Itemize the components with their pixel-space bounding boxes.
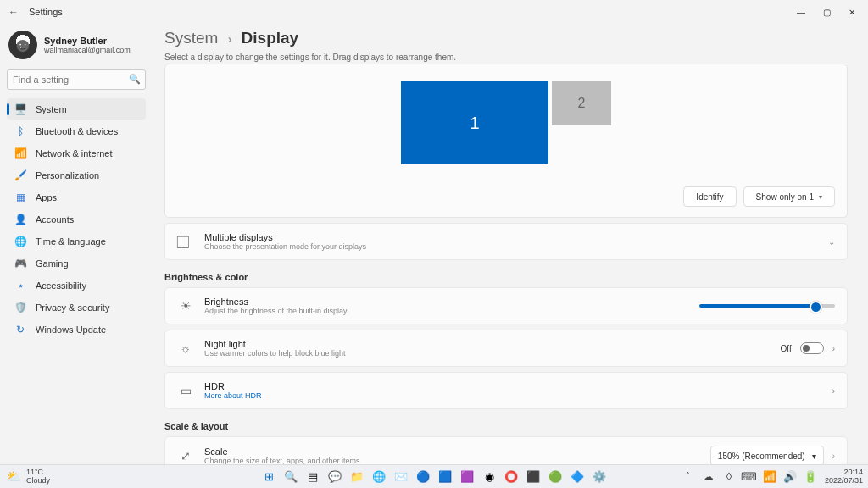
display-arrangement: 1 2 Identify Show only on 1▾ [164, 64, 848, 218]
window-title: Settings [29, 7, 63, 17]
night-light-desc: Use warmer colors to help block blue lig… [204, 349, 346, 358]
sidebar-item-personalization[interactable]: 🖌️Personalization [7, 164, 146, 186]
edge-icon[interactable]: 🌐 [370, 468, 388, 486]
sidebar-item-network[interactable]: 📶Network & internet [7, 142, 146, 164]
accessibility-icon: ⭑ [14, 279, 27, 292]
monitor-2[interactable]: 2 [552, 81, 611, 125]
sidebar-item-bluetooth[interactable]: ᛒBluetooth & devices [7, 120, 146, 142]
sidebar-item-time-language[interactable]: 🌐Time & language [7, 230, 146, 252]
scale-value: 150% (Recommended) [718, 452, 805, 461]
displays-icon: ⃞ [177, 233, 194, 250]
sidebar-item-label: Privacy & security [36, 302, 109, 313]
multiple-displays-title: Multiple displays [204, 232, 366, 242]
taskbar-clock[interactable]: 20:14 2022/07/31 [825, 469, 863, 485]
show-only-label: Show only on 1 [756, 192, 814, 202]
identify-button[interactable]: Identify [683, 186, 736, 207]
back-button[interactable]: ← [3, 2, 24, 22]
chat-icon[interactable]: 💬 [326, 468, 344, 486]
chevron-right-icon: › [832, 386, 835, 396]
tray-icon[interactable]: ◊ [720, 468, 738, 486]
sidebar-item-accounts[interactable]: 👤Accounts [7, 208, 146, 230]
hdr-icon: ▭ [177, 382, 194, 399]
mail-icon[interactable]: ✉️ [392, 468, 410, 486]
onedrive-icon[interactable]: ☁ [699, 468, 718, 486]
app-icon-5[interactable]: 🔷 [568, 468, 587, 486]
chrome-icon[interactable]: 🔵 [414, 468, 432, 486]
search-input[interactable] [7, 69, 146, 90]
user-account-block[interactable]: ☻ Sydney Butler wallmaniacal@gmail.com [7, 29, 146, 61]
task-view-icon[interactable]: ▤ [303, 468, 322, 486]
app-icon-3[interactable]: ⭕ [502, 468, 520, 486]
explorer-icon[interactable]: 📁 [348, 468, 366, 486]
brightness-desc: Adjust the brightness of the built-in di… [204, 307, 348, 315]
update-icon: ↻ [14, 323, 27, 336]
identify-label: Identify [696, 192, 723, 202]
sidebar-item-label: Windows Update [36, 324, 106, 335]
night-light-title: Night light [204, 339, 346, 349]
section-scale-layout: Scale & layout [164, 421, 848, 431]
chevron-right-icon: › [832, 452, 835, 461]
sidebar-item-accessibility[interactable]: ⭑Accessibility [7, 274, 146, 297]
settings-icon[interactable]: ⚙️ [590, 468, 609, 486]
scale-title: Scale [204, 446, 360, 457]
sun-icon: ☀ [177, 297, 194, 314]
person-icon: 👤 [14, 213, 27, 226]
sidebar-item-label: Accessibility [36, 280, 86, 291]
close-button[interactable]: ✕ [839, 2, 865, 22]
apps-icon: ▦ [14, 191, 27, 204]
avatar: ☻ [8, 30, 37, 59]
sidebar-item-system[interactable]: 🖥️System [7, 98, 146, 120]
sidebar-item-gaming[interactable]: 🎮Gaming [7, 252, 146, 274]
minimize-button[interactable]: — [788, 2, 814, 22]
breadcrumb-current: Display [242, 29, 299, 47]
app-icon[interactable]: 🟦 [436, 468, 454, 486]
brightness-title: Brightness [204, 297, 348, 307]
app-icon-2[interactable]: 🟪 [458, 468, 476, 486]
show-only-dropdown[interactable]: Show only on 1▾ [743, 186, 835, 207]
language-icon[interactable]: ⌨ [740, 468, 759, 486]
taskbar: ⛅ 11°C Cloudy ⊞ 🔍 ▤ 💬 📁 🌐 ✉️ 🔵 🟦 🟪 ◉ ⭕ ⬛… [0, 464, 868, 488]
night-light-toggle[interactable] [800, 342, 824, 354]
taskbar-search-icon[interactable]: 🔍 [281, 468, 300, 486]
weather-cond: Cloudy [26, 477, 50, 485]
steam-icon[interactable]: ◉ [480, 468, 498, 486]
moon-icon: ☼ [177, 340, 194, 357]
sidebar-item-label: Network & internet [36, 148, 112, 158]
battery-tray-icon[interactable]: 🔋 [801, 468, 820, 486]
sidebar-item-label: Personalization [36, 170, 99, 180]
scale-row[interactable]: ⤢ Scale Change the size of text, apps, a… [164, 436, 848, 464]
spotify-icon[interactable]: 🟢 [546, 468, 565, 486]
brightness-row: ☀ Brightness Adjust the brightness of th… [164, 287, 848, 324]
app-icon-4[interactable]: ⬛ [524, 468, 542, 486]
weather-widget[interactable]: ⛅ 11°C Cloudy [0, 469, 50, 485]
night-light-row[interactable]: ☼ Night light Use warmer colors to help … [164, 330, 848, 367]
start-button[interactable]: ⊞ [259, 468, 278, 486]
wifi-tray-icon[interactable]: 📶 [760, 468, 779, 486]
monitor-1[interactable]: 1 [401, 81, 548, 164]
maximize-button[interactable]: ▢ [814, 2, 839, 22]
user-name: Sydney Butler [44, 36, 131, 46]
bluetooth-icon: ᛒ [14, 125, 27, 138]
volume-tray-icon[interactable]: 🔊 [781, 468, 799, 486]
sidebar-item-label: Time & language [36, 236, 106, 247]
sidebar-item-label: System [36, 104, 67, 114]
scale-dropdown[interactable]: 150% (Recommended)▾ [710, 446, 824, 464]
chevron-down-icon: ⌄ [828, 237, 835, 247]
breadcrumb-parent[interactable]: System [164, 29, 218, 47]
chevron-down-icon: ▾ [812, 452, 816, 461]
hdr-link[interactable]: More about HDR [204, 391, 262, 400]
multiple-displays-row[interactable]: ⃞ Multiple displays Choose the presentat… [164, 223, 848, 260]
scale-icon: ⤢ [177, 447, 194, 464]
weather-icon: ⛅ [7, 470, 21, 483]
brightness-slider[interactable] [699, 304, 835, 308]
sidebar-item-apps[interactable]: ▦Apps [7, 186, 146, 208]
chevron-right-icon: › [228, 32, 232, 46]
sidebar-item-windows-update[interactable]: ↻Windows Update [7, 319, 146, 341]
tray-overflow-icon[interactable]: ˄ [679, 468, 698, 486]
brush-icon: 🖌️ [14, 169, 27, 182]
night-light-state: Off [781, 344, 792, 353]
hdr-row[interactable]: ▭ HDR More about HDR › [164, 372, 848, 409]
chevron-right-icon: › [832, 344, 835, 353]
sidebar-item-privacy[interactable]: 🛡️Privacy & security [7, 297, 146, 319]
wifi-icon: 📶 [14, 147, 27, 160]
